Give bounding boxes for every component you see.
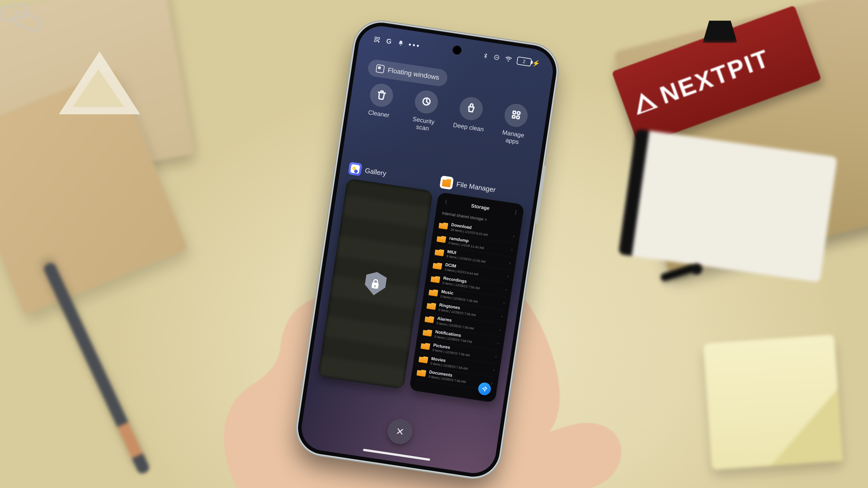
gallery-title: Gallery [364,166,387,177]
charging-bolt-icon: ⚡ [532,59,540,68]
battery-indicator: 2 ⚡ [516,57,540,68]
do-not-disturb-icon [493,54,500,61]
floating-window-icon [376,64,385,73]
folder-icon [432,262,442,270]
chevron-right-icon: › [511,247,513,252]
folder-icon [418,355,428,363]
google-g-icon: G [384,37,394,46]
trash-icon [376,89,388,102]
svg-rect-1 [378,37,380,39]
folder-icon [430,275,440,283]
quick-tools-row: Cleaner Security scan Deep clean [347,74,548,149]
notification-bell-icon [397,39,405,47]
folder-icon [423,329,432,337]
home-indicator[interactable] [363,449,430,461]
svg-rect-2 [374,40,376,42]
folder-icon [436,235,446,243]
gallery-app-icon [348,162,362,176]
chevron-right-icon: › [501,314,503,319]
svg-rect-4 [378,41,379,42]
chevron-right-icon: › [495,354,497,359]
qr-icon [373,36,381,43]
bluetooth-icon [482,52,489,60]
close-icon: ✕ [395,425,405,438]
close-all-button[interactable]: ✕ [386,418,414,446]
chevron-right-icon: › [491,381,493,386]
file-manager-app-icon [439,175,454,190]
phone-screen[interactable]: G ••• [298,23,556,476]
apps-grid-icon [510,109,522,122]
folder-icon [428,289,438,297]
fm-menu-icon[interactable]: ⋮ [513,209,519,216]
floating-windows-label: Floating windows [387,66,440,82]
chevron-right-icon: › [513,234,515,238]
folder-icon [426,302,436,310]
prop-paper-clips [0,0,41,27]
broom-icon [465,102,477,115]
folder-icon [438,222,448,230]
svg-rect-11 [517,116,520,119]
chevron-right-icon: › [493,367,495,372]
brand-logo-icon [630,89,658,115]
tool-manage-label: Manage apps [501,129,525,147]
tool-cleaner[interactable]: Cleaner [358,81,402,128]
chevron-right-icon: › [497,341,499,346]
chevron-right-icon: › [507,274,509,279]
tool-deepclean-label: Deep clean [453,121,484,133]
file-manager-title: File Manager [456,180,496,194]
folder-icon [421,342,430,350]
tool-cleaner-label: Cleaner [368,109,390,119]
chevron-right-icon: › [505,287,507,292]
prop-sticky-notes [703,334,843,470]
tool-security-label: Security scan [411,115,435,133]
recent-apps: Gallery File Manager [309,160,535,404]
chevron-right-icon: › [499,327,501,332]
chevron-right-icon: › [503,301,505,306]
brand-label: NEXTPIT [656,43,773,109]
battery-percent: 2 [523,59,526,64]
wifi-icon [504,55,513,64]
svg-line-6 [495,57,498,58]
chevron-right-icon: › [509,260,511,265]
more-notifications-icon: ••• [408,44,421,46]
svg-rect-3 [377,40,378,41]
folder-icon [425,315,434,323]
phone: G ••• [294,19,560,480]
scan-icon [421,96,432,108]
tool-security-scan[interactable]: Security scan [403,88,447,134]
svg-rect-8 [513,111,516,114]
tool-deep-clean[interactable]: Deep clean [448,94,492,141]
tool-manage-apps[interactable]: Manage apps [493,101,537,148]
folder-icon [434,248,444,256]
folder-icon [416,369,426,377]
svg-rect-0 [375,37,377,39]
prop-pen [42,261,151,475]
fm-back-icon[interactable]: 〈 [442,198,448,205]
fm-title: Storage [471,203,490,212]
svg-rect-9 [517,111,520,115]
desk-scene: NEXTPIT [0,0,868,488]
svg-rect-10 [512,115,515,118]
